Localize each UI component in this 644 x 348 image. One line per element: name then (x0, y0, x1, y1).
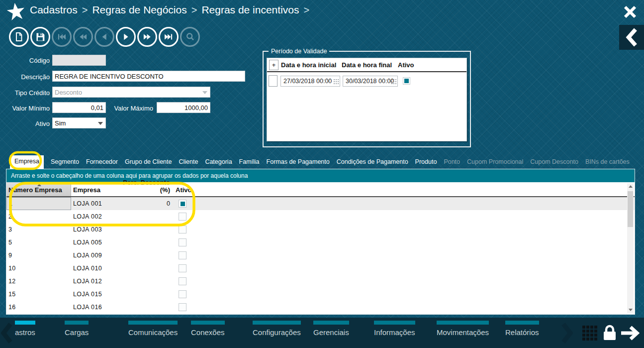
next-button[interactable] (116, 27, 136, 47)
module-item-informacoes[interactable]: Informações (374, 318, 429, 337)
table-row[interactable]: 3 LOJA 003 (6, 223, 635, 236)
ativo-checkbox[interactable] (179, 213, 186, 221)
cell-empresa[interactable]: LOJA 015 (71, 291, 113, 298)
tab-categoria[interactable]: Categoria (205, 158, 232, 169)
tab-fornecedor[interactable]: Fornecedor (86, 158, 118, 169)
add-period-button[interactable]: + (269, 60, 278, 70)
valor-maximo-field[interactable] (157, 102, 210, 113)
table-row[interactable]: 15 LOJA 015 (6, 288, 635, 301)
lock-icon[interactable] (602, 324, 618, 342)
module-item-cargas[interactable]: Cargas (65, 318, 102, 337)
cell-perc[interactable]: 0 (113, 200, 172, 207)
data-inicial-field[interactable]: 27/03/2018 00:00 (280, 76, 340, 87)
table-row[interactable]: 1 LOJA 001 0 (6, 197, 635, 210)
module-item-comunicacoes[interactable]: Comunicações (128, 318, 191, 337)
ativo-checkbox[interactable] (179, 277, 186, 285)
tab-formas-de-pagamento[interactable]: Formas de Pagamento (267, 158, 330, 169)
tab-familia[interactable]: Família (239, 158, 260, 169)
module-item-movimentacoes[interactable]: Movimentações (437, 318, 503, 337)
ativo-checkbox[interactable] (179, 200, 186, 208)
valor-maximo-label: Valor Máximo (106, 105, 153, 112)
cell-empresa[interactable]: LOJA 012 (71, 278, 113, 285)
ativo-checkbox[interactable] (179, 290, 186, 298)
ativo-checkbox[interactable] (179, 264, 186, 272)
tab-condicoes-de-pagamento[interactable]: Condições de Pagamento (337, 158, 408, 169)
cell-empresa[interactable]: LOJA 005 (71, 239, 113, 246)
module-item-cadastros[interactable]: astros (15, 318, 49, 337)
periodo-ativo-checkbox[interactable] (403, 77, 410, 85)
breadcrumb-separator: > (303, 4, 309, 15)
apps-grid-icon[interactable] (582, 325, 598, 341)
cell-numero[interactable]: 15 (6, 288, 71, 301)
valor-minimo-field[interactable] (52, 102, 106, 113)
col-data-inicial[interactable]: Data e hora inicial (281, 61, 342, 69)
tab-cupom-desconto: Cupom Desconto (530, 158, 578, 169)
cell-numero[interactable]: 2 (6, 210, 71, 223)
row-selector[interactable] (269, 75, 277, 87)
cell-numero[interactable]: 3 (6, 223, 71, 236)
scroll-down-icon[interactable] (629, 309, 633, 311)
data-final-field[interactable]: 30/03/2018 00:00 (343, 76, 398, 87)
breadcrumb-item-regras-incentivos[interactable]: Regras de incentivos (201, 4, 299, 15)
chevron-down-icon (98, 122, 103, 125)
arrow-right-icon[interactable] (620, 326, 640, 341)
cell-numero[interactable]: 10 (6, 262, 71, 275)
ativo-checkbox[interactable] (179, 303, 186, 311)
column-header-ativo[interactable]: Ativo (172, 186, 192, 196)
ativo-dropdown[interactable]: Sim (52, 117, 106, 128)
new-record-button[interactable] (9, 27, 29, 47)
scroll-up-icon[interactable] (629, 185, 633, 188)
vertical-scrollbar[interactable] (627, 183, 634, 313)
column-header-empresa[interactable]: Empresa (71, 186, 113, 196)
cell-empresa[interactable]: LOJA 001 (71, 200, 113, 207)
cell-numero[interactable]: 16 (6, 301, 71, 314)
ativo-checkbox[interactable] (179, 226, 186, 233)
cell-empresa[interactable]: LOJA 009 (71, 252, 113, 259)
last-record-button[interactable] (159, 27, 179, 47)
table-row[interactable]: 10 LOJA 010 (6, 262, 635, 275)
side-panel-toggle[interactable] (619, 25, 644, 50)
breadcrumb-item-regras-negocios[interactable]: Regras de Negócios (92, 4, 186, 15)
column-header-perc-desconto[interactable]: Perc. Desconto (%) (113, 179, 172, 196)
table-row[interactable]: 2 LOJA 002 (6, 210, 635, 223)
module-item-conexoes[interactable]: Conexões (191, 318, 239, 337)
nav-scroll-right-icon[interactable] (561, 322, 573, 344)
table-row[interactable]: 16 LOJA 016 (6, 301, 635, 314)
cell-empresa[interactable]: LOJA 003 (71, 226, 113, 233)
cell-numero[interactable]: 1 (6, 197, 71, 210)
save-button[interactable] (30, 27, 50, 47)
tab-produto[interactable]: Produto (415, 158, 437, 169)
calendar-grid-icon[interactable] (391, 79, 396, 84)
cell-ativo (172, 264, 186, 272)
tab-grupo-de-cliente[interactable]: Grupo de Cliente (125, 158, 172, 169)
module-item-gerenciais[interactable]: Gerenciais (313, 318, 363, 337)
cell-empresa[interactable]: LOJA 010 (71, 265, 113, 272)
col-ativo[interactable]: Ativo (398, 61, 414, 69)
table-row[interactable]: 12 LOJA 012 (6, 275, 635, 288)
col-data-final[interactable]: Data e hora final (342, 61, 398, 69)
cell-empresa[interactable]: LOJA 016 (71, 304, 113, 311)
descricao-field[interactable] (52, 71, 245, 82)
module-item-configuracoes[interactable]: Configurações (253, 318, 315, 337)
cell-numero[interactable]: 12 (6, 275, 71, 288)
ativo-checkbox[interactable] (179, 238, 186, 246)
fast-next-button[interactable] (137, 27, 157, 47)
close-icon[interactable] (623, 5, 637, 19)
calendar-grid-icon[interactable] (333, 79, 339, 84)
module-item-relatorios[interactable]: Relatórios (505, 318, 553, 337)
cell-empresa[interactable]: LOJA 002 (71, 213, 113, 220)
cell-numero[interactable]: 5 (6, 236, 71, 249)
ativo-checkbox[interactable] (179, 251, 186, 259)
column-header-numero-empresa[interactable]: Número Empresa (6, 182, 71, 196)
tab-cliente[interactable]: Cliente (179, 158, 198, 169)
tab-empresa[interactable]: Empresa (10, 155, 44, 169)
nav-scroll-left-icon[interactable] (1, 322, 13, 344)
breadcrumb-item-cadastros[interactable]: Cadastros (30, 4, 78, 15)
tab-segmento[interactable]: Segmento (51, 158, 79, 169)
tab-cupom-promocional: Cupom Promocional (467, 158, 523, 169)
cell-numero[interactable]: 9 (6, 249, 71, 262)
table-row[interactable]: 9 LOJA 009 (6, 249, 635, 262)
table-row[interactable]: 5 LOJA 005 (6, 236, 635, 249)
group-by-bar[interactable]: Arraste e solte o cabeçalho de uma colun… (6, 169, 635, 182)
scrollbar-thumb[interactable] (628, 191, 633, 227)
